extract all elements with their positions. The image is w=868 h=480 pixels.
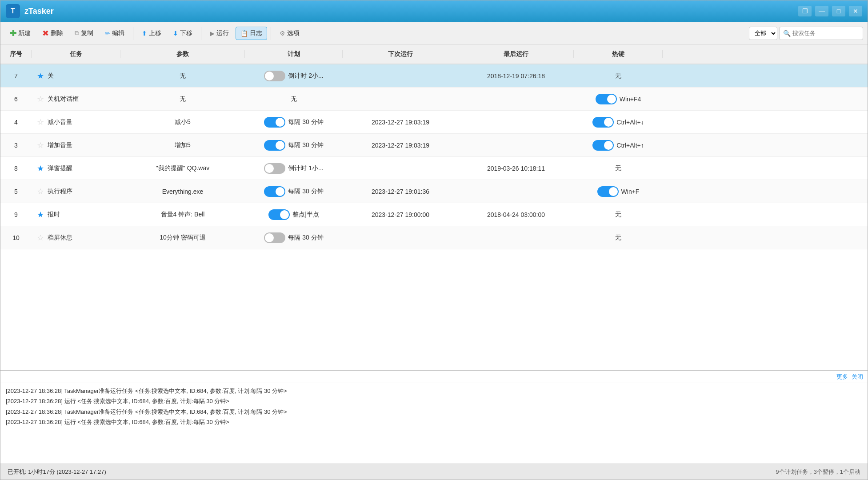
- tasks-status: 9个计划任务，3个暂停，1个启动: [776, 468, 860, 476]
- cell-next-run: 2023-12-27 19:01:36: [343, 184, 458, 199]
- copy-button[interactable]: ⧉ 复制: [70, 27, 98, 40]
- star-empty-icon[interactable]: ☆: [37, 117, 44, 127]
- cell-id: 3: [0, 138, 32, 152]
- cell-schedule: 每隔 30 分钟: [245, 136, 343, 154]
- window-controls: ❐ — □ ✕: [798, 6, 862, 16]
- table-row[interactable]: 6☆关机对话框无无Win+F4: [0, 88, 868, 111]
- schedule-toggle[interactable]: [264, 186, 285, 197]
- header-id: 序号: [0, 50, 32, 58]
- options-button[interactable]: ⚙ 选项: [275, 27, 304, 40]
- close-button[interactable]: ✕: [849, 6, 862, 16]
- cell-spacer: [663, 165, 676, 172]
- move-down-button[interactable]: ⬇ 下移: [168, 27, 197, 40]
- log-close-button[interactable]: 关闭: [852, 373, 863, 381]
- cell-next-run: [343, 72, 458, 80]
- toolbar: ✚ 新建 ✖ 删除 ⧉ 复制 ✏ 编辑 ⬆ 上移 ⬇ 下移 ▶ 运行 �: [0, 22, 868, 45]
- schedule-text: 每隔 30 分钟: [288, 118, 323, 126]
- restore-button[interactable]: ❐: [798, 6, 812, 16]
- minimize-button[interactable]: —: [815, 6, 828, 16]
- toolbar-separator-2: [201, 27, 201, 40]
- cell-task-name: ★关: [32, 68, 120, 84]
- hotkey-toggle[interactable]: [596, 94, 617, 104]
- hotkey-text: Ctrl+Alt+↓: [616, 119, 644, 126]
- schedule-text: 整点|半点: [292, 211, 319, 219]
- cell-param: "我的提醒" QQ.wav: [120, 161, 245, 176]
- search-icon: 🔍: [783, 30, 791, 37]
- log-area: 更多 关闭 [2023-12-27 18:36:28] TaskManager准…: [0, 370, 868, 464]
- table-row[interactable]: 8★弹窗提醒"我的提醒" QQ.wav倒计时 1小...2019-03-26 1…: [0, 157, 868, 180]
- schedule-toggle[interactable]: [264, 117, 285, 128]
- cell-id: 4: [0, 115, 32, 129]
- star-filled-icon[interactable]: ★: [37, 210, 44, 220]
- header-hotkey: 热键: [574, 50, 663, 58]
- cell-hotkey: 无: [574, 230, 663, 245]
- cell-schedule: 倒计时 1小...: [245, 160, 343, 177]
- table-row[interactable]: 4☆减小音量减小5每隔 30 分钟2023-12-27 19:03:19Ctrl…: [0, 111, 868, 134]
- delete-button[interactable]: ✖ 删除: [37, 26, 68, 41]
- log-button[interactable]: 📋 日志: [236, 27, 267, 40]
- star-empty-icon[interactable]: ☆: [37, 233, 44, 243]
- delete-icon: ✖: [42, 28, 49, 38]
- schedule-toggle[interactable]: [268, 209, 290, 220]
- cell-task-name: ☆档屏休息: [32, 229, 120, 246]
- maximize-button[interactable]: □: [832, 6, 845, 16]
- schedule-text: 每隔 30 分钟: [288, 234, 323, 242]
- cell-next-run: [343, 234, 458, 241]
- star-filled-icon[interactable]: ★: [37, 71, 44, 81]
- cell-hotkey: Win+F: [574, 183, 663, 200]
- schedule-toggle[interactable]: [264, 163, 285, 174]
- task-label: 减小音量: [48, 118, 72, 126]
- cell-last-run: 2019-03-26 10:18:11: [458, 161, 574, 176]
- task-label: 弹窗提醒: [48, 164, 72, 172]
- schedule-toggle[interactable]: [264, 232, 285, 243]
- cell-param: 10分钟 密码可退: [120, 230, 245, 245]
- run-button[interactable]: ▶ 运行: [205, 27, 234, 40]
- cell-spacer: [663, 119, 676, 126]
- log-line: [2023-12-27 18:36:28] 运行 <任务:搜索选中文本, ID:…: [6, 417, 862, 427]
- table-row[interactable]: 9★报时音量4 钟声: Bell整点|半点2023-12-27 19:00:00…: [0, 203, 868, 226]
- cell-last-run: 2018-04-24 03:00:00: [458, 208, 574, 222]
- search-input[interactable]: [792, 30, 859, 36]
- cell-schedule: 每隔 30 分钟: [245, 183, 343, 200]
- schedule-toggle[interactable]: [264, 71, 285, 81]
- table-row[interactable]: 7★关无倒计时 2小...2018-12-19 07:26:18无: [0, 64, 868, 88]
- table-row[interactable]: 3☆增加音量增加5每隔 30 分钟2023-12-27 19:03:19Ctrl…: [0, 134, 868, 157]
- cell-param: 无: [120, 92, 245, 107]
- log-line: [2023-12-27 18:36:28] TaskManager准备运行任务 …: [6, 407, 862, 417]
- log-toolbar: 更多 关闭: [0, 371, 868, 383]
- table-row[interactable]: 5☆执行程序Everything.exe每隔 30 分钟2023-12-27 1…: [0, 180, 868, 203]
- cell-id: 7: [0, 69, 32, 83]
- schedule-toggle[interactable]: [264, 140, 285, 151]
- table-row[interactable]: 10☆档屏休息10分钟 密码可退每隔 30 分钟无: [0, 226, 868, 249]
- hotkey-toggle[interactable]: [597, 186, 619, 197]
- task-label: 报时: [48, 211, 60, 219]
- task-label: 增加音量: [48, 141, 72, 149]
- cell-next-run: 2023-12-27 19:03:19: [343, 115, 458, 129]
- log-line: [2023-12-27 18:36:28] 运行 <任务:搜索选中文本, ID:…: [6, 396, 862, 406]
- hotkey-text: Win+F4: [620, 96, 641, 103]
- cell-hotkey: Ctrl+Alt+↑: [574, 136, 663, 154]
- cell-spacer: [663, 211, 676, 218]
- hotkey-toggle[interactable]: [592, 117, 614, 128]
- edit-button[interactable]: ✏ 编辑: [100, 27, 129, 40]
- star-empty-icon[interactable]: ☆: [37, 187, 44, 196]
- log-more-button[interactable]: 更多: [836, 373, 848, 381]
- cell-hotkey: Win+F4: [574, 90, 663, 108]
- star-filled-icon[interactable]: ★: [37, 164, 44, 173]
- new-button[interactable]: ✚ 新建: [5, 26, 36, 41]
- star-empty-icon[interactable]: ☆: [37, 94, 44, 104]
- star-empty-icon[interactable]: ☆: [37, 140, 44, 150]
- cell-param: 减小5: [120, 115, 245, 130]
- cell-param: 增加5: [120, 138, 245, 153]
- hotkey-toggle[interactable]: [592, 140, 614, 151]
- move-up-button[interactable]: ⬆ 上移: [137, 27, 166, 40]
- uptime-status: 已开机: 1小时17分 (2023-12-27 17:27): [8, 468, 106, 476]
- filter-select[interactable]: 全部: [749, 27, 777, 40]
- cell-schedule: 倒计时 2小...: [245, 67, 343, 85]
- cell-next-run: [343, 165, 458, 172]
- cell-spacer: [663, 188, 676, 195]
- status-bar: 已开机: 1小时17分 (2023-12-27 17:27) 9个计划任务，3个…: [0, 464, 868, 480]
- cell-hotkey: 无: [574, 207, 663, 222]
- main-window: T zTasker ❐ — □ ✕ ✚ 新建 ✖ 删除 ⧉ 复制 ✏ 编辑 ⬆: [0, 0, 868, 480]
- schedule-text: 每隔 30 分钟: [288, 141, 323, 149]
